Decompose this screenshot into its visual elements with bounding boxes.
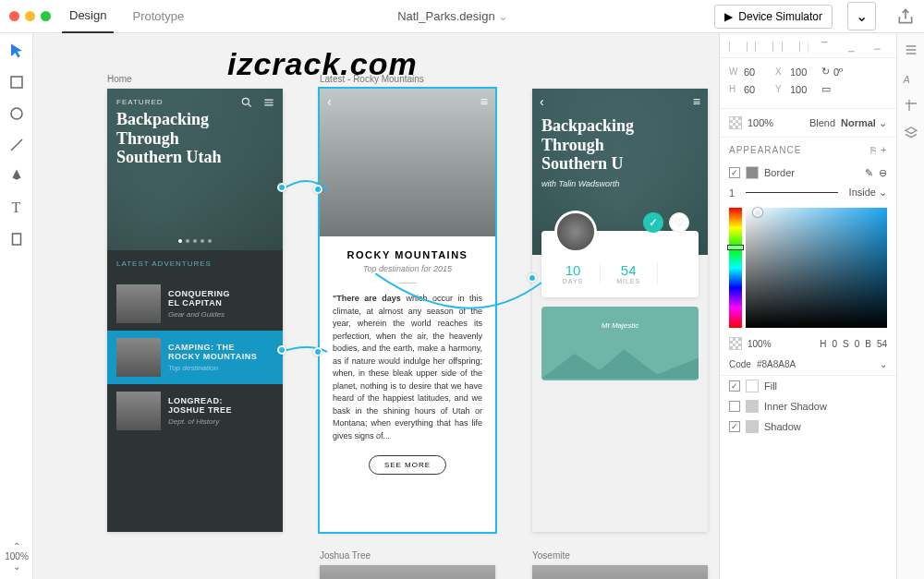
border-color-swatch[interactable] [746, 166, 759, 179]
inner-shadow-checkbox[interactable] [729, 401, 740, 412]
artboard-feature-story-zion[interactable]: Feature Story - Zion ‹≡ Backpacking Thro… [532, 89, 708, 532]
y-input[interactable]: 100 [790, 84, 818, 95]
align-v-spacer [808, 41, 808, 54]
alpha-swatch-icon[interactable] [729, 337, 742, 350]
color-code-input[interactable]: #8A8A8A [757, 359, 796, 369]
appearance-header: APPEARANCE ⎘ + [720, 138, 896, 163]
rectangle-tool[interactable] [8, 74, 25, 90]
prototype-anchor-icon[interactable] [313, 347, 322, 356]
remove-border-icon[interactable]: ⊖ [879, 167, 887, 179]
inner-shadow-swatch[interactable] [746, 400, 759, 413]
shadow-checkbox[interactable] [729, 421, 740, 432]
sat-input[interactable]: 0 [855, 339, 860, 349]
text-tool[interactable]: T [8, 199, 25, 216]
prototype-anchor-icon[interactable] [277, 345, 286, 355]
fill-label: Fill [764, 380, 777, 392]
properties-panel-icon[interactable] [904, 42, 918, 57]
border-checkbox[interactable] [729, 167, 740, 178]
chevron-up-icon[interactable]: ⌃ [4, 541, 30, 551]
rotate-icon: ↻ [821, 66, 830, 78]
hue-slider[interactable] [729, 208, 742, 328]
stroke-align-select[interactable]: Inside ⌄ [849, 187, 887, 199]
document-title[interactable]: Natl_Parks.design ⌄ [202, 9, 703, 23]
ellipse-tool[interactable] [8, 105, 25, 122]
minimize-window-icon[interactable] [25, 11, 35, 21]
align-right-icon[interactable]: ⎸⎹ [782, 41, 795, 54]
chevron-down-icon[interactable]: ⌄ [4, 561, 30, 572]
author-byline: with Talin Wadsworth [541, 179, 699, 188]
shadow-swatch[interactable] [746, 420, 759, 433]
bright-input[interactable]: 54 [877, 339, 887, 349]
border-label: Border [764, 167, 795, 178]
artboard-label[interactable]: Joshua Tree [320, 550, 371, 561]
toolbar-left: T ⌃ 100% ⌄ [0, 33, 33, 579]
hero-section: FEATURED Backpacking Through Southern Ut… [107, 89, 283, 250]
tab-prototype[interactable]: Prototype [125, 0, 191, 32]
menu-icon: ≡ [480, 94, 488, 109]
add-appearance-icon[interactable]: + [881, 145, 887, 155]
svg-point-1 [11, 108, 22, 119]
mac-traffic-lights [9, 11, 51, 21]
thumbnail-image [116, 338, 161, 377]
border-row: Border ✎ ⊖ [720, 163, 896, 183]
artboard-label[interactable]: Yosemite [532, 550, 570, 561]
width-input[interactable]: 60 [744, 66, 772, 78]
zoom-control[interactable]: ⌃ 100% ⌄ [4, 541, 30, 572]
line-tool[interactable] [8, 137, 25, 153]
fill-checkbox[interactable] [729, 380, 740, 392]
color-picker[interactable] [729, 208, 887, 328]
assets-panel-icon[interactable] [904, 98, 918, 113]
hero-title: Backpacking Through Southern U [541, 116, 699, 174]
artboard-tool[interactable] [8, 231, 25, 247]
stroke-width-input[interactable]: 1 [729, 187, 735, 199]
link-icon[interactable]: ⎘ [870, 145, 877, 155]
flip-icon[interactable]: ▭ [821, 83, 831, 95]
alignment-controls: ⎸⎹ ⎸⎹ ⎸⎹ ⎺ ⎯ ⎽ [720, 33, 896, 58]
artboard-joshua-tree[interactable] [320, 565, 495, 579]
design-canvas[interactable]: izcrack.com Home FEATURED Backpacking Th… [33, 33, 719, 579]
fullscreen-window-icon[interactable] [41, 11, 51, 21]
share-icon[interactable] [896, 7, 915, 26]
hero-image: ‹ ≡ [320, 89, 495, 236]
hero-title: Backpacking Through Southern Utah [116, 110, 274, 167]
prototype-anchor-icon[interactable] [528, 273, 537, 283]
align-v-center-icon[interactable]: ⎯ [848, 41, 861, 54]
artboard-home[interactable]: Home FEATURED Backpacking Through Southe… [107, 89, 283, 532]
close-window-icon[interactable] [9, 11, 19, 21]
layers-panel-icon[interactable] [904, 126, 918, 140]
device-simulator-dropdown[interactable]: ⌄ [847, 2, 876, 30]
artboard-yosemite[interactable] [532, 565, 708, 579]
hue-input[interactable]: 0 [832, 339, 837, 349]
eyedropper-icon[interactable]: ✎ [865, 167, 873, 179]
pen-tool[interactable] [8, 168, 25, 185]
shadow-label: Shadow [764, 421, 801, 432]
prototype-anchor-icon[interactable] [313, 185, 322, 194]
mountain-silhouette-icon [541, 344, 699, 380]
select-tool[interactable] [8, 42, 25, 59]
saturation-value-area[interactable] [746, 208, 887, 328]
alpha-input[interactable]: 100% [748, 339, 772, 349]
align-bottom-icon[interactable]: ⎽ [874, 41, 887, 54]
opacity-input[interactable]: 100% [748, 117, 773, 128]
see-more-button: SEE MORE [369, 455, 446, 475]
artboard-label[interactable]: Home [107, 74, 132, 84]
align-h-center-icon[interactable]: ⎸⎹ [755, 41, 768, 54]
artboard-latest-rocky-mountains[interactable]: Latest - Rocky Mountains ‹ ≡ ROCKY MOUNT… [320, 89, 495, 532]
rotate-input[interactable]: 0º [833, 66, 861, 78]
device-simulator-button[interactable]: ▶ Device Simulator [714, 5, 833, 29]
text-panel-icon[interactable]: A [904, 70, 918, 85]
blend-mode-select[interactable]: Normal ⌄ [841, 117, 887, 129]
x-input[interactable]: 100 [790, 66, 818, 78]
list-item-selected: CAMPING: THE ROCKY MOUNTAINSTop destinat… [107, 331, 283, 384]
play-icon: ▶ [724, 10, 733, 23]
prototype-anchor-icon[interactable] [277, 183, 286, 192]
opacity-swatch-icon[interactable] [729, 116, 742, 129]
height-input[interactable]: 60 [744, 84, 772, 95]
fill-color-swatch[interactable] [746, 380, 759, 392]
list-item: LONGREAD: JOSHUE TREEDept. of History [107, 384, 283, 438]
tab-design[interactable]: Design [62, 0, 114, 33]
align-left-icon[interactable]: ⎸⎹ [729, 41, 742, 54]
avatar [554, 211, 597, 253]
back-icon: ‹ [540, 94, 544, 109]
align-top-icon[interactable]: ⎺ [821, 41, 834, 54]
